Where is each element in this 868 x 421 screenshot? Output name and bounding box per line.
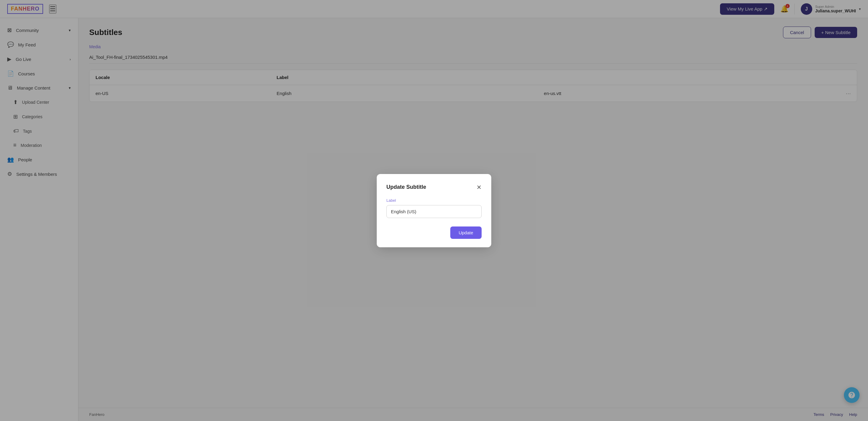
modal-label-text: Label xyxy=(386,198,482,203)
update-subtitle-modal: Update Subtitle ✕ Label Update xyxy=(377,174,491,247)
label-input[interactable] xyxy=(386,205,482,218)
modal-title: Update Subtitle xyxy=(386,184,426,190)
update-button[interactable]: Update xyxy=(450,227,482,239)
modal-close-button[interactable]: ✕ xyxy=(476,184,482,191)
modal-overlay: Update Subtitle ✕ Label Update xyxy=(0,0,868,421)
modal-header: Update Subtitle ✕ xyxy=(386,184,482,191)
modal-footer: Update xyxy=(386,227,482,239)
